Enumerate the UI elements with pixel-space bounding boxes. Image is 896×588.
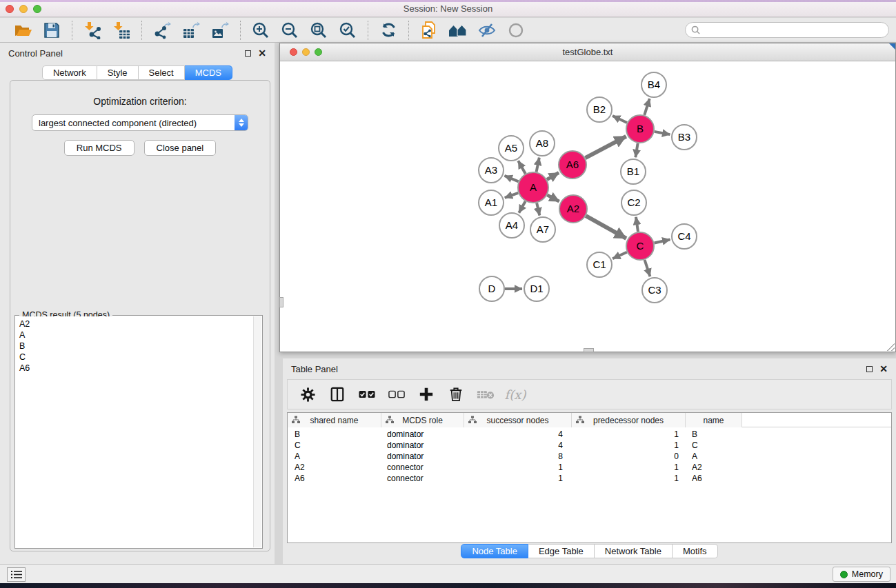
network-graph[interactable]: AA6A2BCA1A3A4A5A7A8B1B2B3B4C1C2C3C4DD1 xyxy=(280,62,895,352)
status-list-button[interactable] xyxy=(7,567,26,582)
graph-node-D1[interactable]: D1 xyxy=(524,276,549,301)
graph-node-A8[interactable]: A8 xyxy=(530,131,555,156)
export-network-button[interactable] xyxy=(150,20,175,41)
select-all-columns-button[interactable] xyxy=(355,383,379,406)
graph-edge-A-A2[interactable] xyxy=(547,195,559,201)
graph-edge-A-A5[interactable] xyxy=(518,161,525,174)
tab-network[interactable]: Network xyxy=(42,65,97,80)
graph-node-B[interactable]: B xyxy=(626,115,654,143)
result-scrollbar[interactable] xyxy=(253,316,261,547)
graph-edge-A-A8[interactable] xyxy=(537,158,539,172)
network-from-selection-button[interactable] xyxy=(417,20,441,41)
graph-node-B4[interactable]: B4 xyxy=(641,72,666,97)
delete-table-button[interactable] xyxy=(474,383,497,406)
graph-edge-B-B1[interactable] xyxy=(635,143,637,158)
graph-node-C3[interactable]: C3 xyxy=(642,278,667,303)
function-builder-button[interactable]: f(x) xyxy=(504,383,527,406)
table-panel-float-button[interactable] xyxy=(866,366,873,372)
graph-node-A3[interactable]: A3 xyxy=(479,158,504,183)
deselect-all-columns-button[interactable] xyxy=(385,383,408,406)
column-header-name[interactable]: name xyxy=(686,413,742,427)
search-input[interactable] xyxy=(704,26,883,35)
zoom-out-button[interactable] xyxy=(277,20,302,41)
hide-selected-button[interactable] xyxy=(475,20,499,41)
export-image-button[interactable] xyxy=(208,20,232,41)
graph-edge-C-C4[interactable] xyxy=(655,239,670,243)
column-header-mcds-role[interactable]: MCDS role xyxy=(381,413,464,427)
graph-edge-A-A1[interactable] xyxy=(505,193,519,198)
import-network-button[interactable] xyxy=(80,20,105,41)
graph-node-A7[interactable]: A7 xyxy=(530,217,555,242)
graph-node-D[interactable]: D xyxy=(479,276,504,301)
import-table-button[interactable] xyxy=(109,20,134,41)
graph-edge-A-A3[interactable] xyxy=(504,176,518,181)
graph-node-B2[interactable]: B2 xyxy=(587,97,612,122)
network-close-button[interactable] xyxy=(290,48,297,56)
column-header-shared-name[interactable]: shared name xyxy=(288,413,381,427)
graph-node-C1[interactable]: C1 xyxy=(587,252,612,277)
tab-edge-table[interactable]: Edge Table xyxy=(528,544,595,558)
graph-node-C2[interactable]: C2 xyxy=(621,190,646,215)
graph-node-B1[interactable]: B1 xyxy=(621,159,646,184)
graph-node-A1[interactable]: A1 xyxy=(479,190,504,215)
control-panel-close-button[interactable]: ✕ xyxy=(258,48,266,58)
graph-node-B3[interactable]: B3 xyxy=(672,125,697,150)
network-window-titlebar[interactable]: testGlobe.txt xyxy=(280,43,895,61)
zoom-in-button[interactable] xyxy=(248,20,273,41)
graph-edge-C-C2[interactable] xyxy=(636,217,638,232)
table-row[interactable]: Bdominator41B xyxy=(288,429,891,440)
resize-grip-bottom[interactable] xyxy=(584,348,594,352)
graph-edge-A6-B[interactable] xyxy=(586,136,626,158)
table-settings-button[interactable] xyxy=(296,383,319,406)
optimization-criterion-select[interactable]: largest connected component (directed) xyxy=(32,114,248,131)
graph-node-A4[interactable]: A4 xyxy=(499,213,524,238)
first-neighbors-button[interactable] xyxy=(446,20,470,41)
graph-edge-A-A6[interactable] xyxy=(547,173,559,180)
graph-edge-C-C1[interactable] xyxy=(613,252,627,259)
network-maximize-button[interactable] xyxy=(315,48,322,56)
add-column-button[interactable] xyxy=(415,383,438,406)
table-panel-close-button[interactable]: ✕ xyxy=(879,364,888,374)
graph-edge-A2-C[interactable] xyxy=(586,216,626,239)
save-session-button[interactable] xyxy=(39,20,64,41)
table-row[interactable]: Cdominator41C xyxy=(288,440,891,451)
graph-edge-C-C3[interactable] xyxy=(645,260,650,276)
search-box[interactable] xyxy=(685,22,889,38)
tab-mcds[interactable]: MCDS xyxy=(185,65,232,80)
table-row[interactable]: A6connector11A6 xyxy=(288,473,891,484)
resize-grip-left[interactable] xyxy=(279,297,283,307)
graph-node-C4[interactable]: C4 xyxy=(672,224,697,249)
close-panel-button[interactable]: Close panel xyxy=(144,140,217,156)
table-row[interactable]: Adominator80A xyxy=(288,451,891,462)
result-item[interactable]: C xyxy=(19,352,253,363)
tab-network-table[interactable]: Network Table xyxy=(595,544,673,558)
tab-node-table[interactable]: Node Table xyxy=(461,544,528,558)
show-columns-button[interactable] xyxy=(326,383,349,406)
graph-edge-B-B2[interactable] xyxy=(613,116,627,123)
graph-node-A2[interactable]: A2 xyxy=(559,195,587,223)
tab-motifs[interactable]: Motifs xyxy=(673,544,718,558)
graph-node-A[interactable]: A xyxy=(518,172,548,203)
tab-select[interactable]: Select xyxy=(139,65,185,80)
column-header-successor-nodes[interactable]: successor nodes xyxy=(464,413,572,427)
tab-style[interactable]: Style xyxy=(97,65,139,80)
graph-node-A5[interactable]: A5 xyxy=(499,136,524,161)
network-minimize-button[interactable] xyxy=(302,48,310,56)
result-item[interactable]: A xyxy=(19,330,253,341)
graph-edge-A-A7[interactable] xyxy=(537,203,539,215)
memory-button[interactable]: Memory xyxy=(833,567,890,582)
show-all-button[interactable] xyxy=(504,20,528,41)
graph-edge-A-A4[interactable] xyxy=(519,201,525,213)
network-canvas[interactable]: AA6A2BCA1A3A4A5A7A8B1B2B3B4C1C2C3C4DD1 xyxy=(280,62,895,352)
mcds-result-list[interactable]: A2ABCA6 xyxy=(16,316,253,547)
zoom-selected-button[interactable] xyxy=(335,20,360,41)
export-table-button[interactable] xyxy=(179,20,203,41)
result-item[interactable]: A2 xyxy=(19,318,253,330)
zoom-fit-button[interactable] xyxy=(306,20,331,41)
run-mcds-button[interactable]: Run MCDS xyxy=(64,140,135,156)
column-header-predecessor-nodes[interactable]: predecessor nodes xyxy=(572,413,686,427)
refresh-view-button[interactable] xyxy=(376,20,401,41)
graph-edge-B-B4[interactable] xyxy=(644,99,649,115)
control-panel-float-button[interactable] xyxy=(245,50,251,57)
result-item[interactable]: B xyxy=(19,341,253,352)
